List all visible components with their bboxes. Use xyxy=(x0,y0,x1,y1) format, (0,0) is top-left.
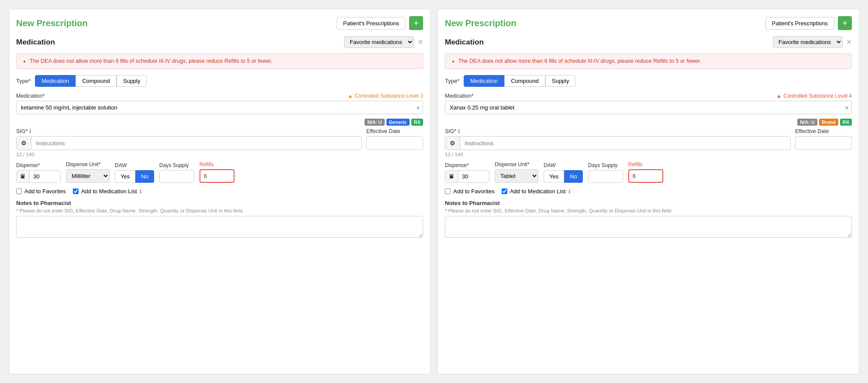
dispense-unit-field: Dispense Unit* MilliliterTabletCapsulemL xyxy=(66,161,110,183)
dispense-unit-select[interactable]: TabletMilliliterCapsulemL xyxy=(495,169,538,183)
type-btn-supply[interactable]: Supply xyxy=(117,75,147,87)
add-to-favorites-label[interactable]: Add to Favorites xyxy=(445,188,495,195)
alert-message: The DEA does not allow more than 6 fills… xyxy=(458,58,845,64)
medication-list-info-icon[interactable]: ℹ xyxy=(568,188,571,195)
dropdown-arrow-icon[interactable]: ▾ xyxy=(845,104,848,111)
daw-button-group: Yes No xyxy=(115,170,154,183)
type-btn-medication[interactable]: Medication xyxy=(35,75,76,87)
daw-yes-button[interactable]: Yes xyxy=(544,170,564,183)
sig-row: SIG* ℹ ⚙ Effective Date xyxy=(16,128,423,150)
medication-list-info-icon[interactable]: ℹ xyxy=(140,188,142,195)
section-title: Medication xyxy=(445,38,484,47)
calculator-icon[interactable]: 🖩 xyxy=(445,171,458,182)
header-right: Patient's Prescriptions + xyxy=(337,16,423,30)
add-to-favorites-checkbox[interactable] xyxy=(445,188,451,194)
dispense-unit-field: Dispense Unit* TabletMilliliterCapsulemL xyxy=(495,161,538,183)
days-supply-input[interactable] xyxy=(588,170,623,183)
add-to-medication-list-text: Add to Medication List xyxy=(510,188,566,195)
alert-message: The DEA does not allow more than 6 fills… xyxy=(30,58,417,64)
notes-label: Notes to Pharmacist xyxy=(445,200,852,206)
sig-info-icon[interactable]: ℹ xyxy=(458,128,460,134)
favorite-medications-select[interactable]: Favorite medications xyxy=(344,36,414,48)
dropdown-arrow-icon[interactable]: ▾ xyxy=(417,104,420,111)
calculator-icon[interactable]: 🖩 xyxy=(17,171,30,182)
dispense-row: Dispense* 🖩 Dispense Unit* MilliliterTab… xyxy=(16,161,423,183)
dispense-unit-select[interactable]: MilliliterTabletCapsulemL xyxy=(66,169,110,183)
type-btn-medication[interactable]: Medication xyxy=(464,75,504,87)
type-row: Type* Medication Compound Supply xyxy=(16,75,423,87)
add-to-favorites-text: Add to Favorites xyxy=(24,188,66,195)
sig-label: SIG* ℹ xyxy=(16,128,362,134)
daw-no-button[interactable]: No xyxy=(564,170,583,183)
dispense-input[interactable] xyxy=(30,171,60,182)
notes-hint: * Please do not enter SIG, Effective Dat… xyxy=(16,208,423,213)
close-icon[interactable]: ✕ xyxy=(846,38,852,46)
notes-section: Notes to Pharmacist * Please do not ente… xyxy=(16,200,423,239)
warning-triangle-icon: ▲ xyxy=(776,93,782,99)
sig-gear-icon[interactable]: ⚙ xyxy=(445,137,460,150)
close-icon[interactable]: ✕ xyxy=(417,38,423,46)
patient-prescriptions-button[interactable]: Patient's Prescriptions xyxy=(337,17,406,30)
sig-input-wrapper: ⚙ xyxy=(445,136,791,150)
sig-left: SIG* ℹ ⚙ xyxy=(16,128,362,150)
badge-row: N/A: U Generic RX xyxy=(16,119,423,126)
dispense-input[interactable] xyxy=(458,171,489,182)
daw-label: DAW xyxy=(544,162,583,168)
sig-gear-icon[interactable]: ⚙ xyxy=(17,137,31,150)
prescription-panel-1: New Prescription Patient's Prescriptions… xyxy=(437,9,859,374)
sig-input[interactable] xyxy=(31,137,362,150)
dispense-field: Dispense* 🖩 xyxy=(445,162,489,183)
effective-date-label: Effective Date xyxy=(795,128,852,134)
refills-input[interactable] xyxy=(628,169,663,183)
effective-date-label-text: Effective Date xyxy=(795,128,829,134)
sig-right: Effective Date xyxy=(795,128,852,150)
daw-yes-button[interactable]: Yes xyxy=(115,170,135,183)
type-label: Type* xyxy=(445,78,459,84)
section-header: Medication Favorite medications ✕ xyxy=(445,36,852,48)
notes-textarea[interactable] xyxy=(16,216,423,238)
medication-label-text: Medication* xyxy=(445,93,473,99)
effective-date-input[interactable] xyxy=(366,136,423,150)
effective-date-input[interactable] xyxy=(795,136,852,150)
controlled-substance-text: Controlled Substance Level 4 xyxy=(783,93,852,99)
header-right: Patient's Prescriptions + xyxy=(765,16,852,30)
add-to-medication-list-checkbox[interactable] xyxy=(502,188,507,194)
add-to-medication-list-label[interactable]: Add to Medication List ℹ xyxy=(73,188,142,195)
refills-label: Refills xyxy=(200,161,234,168)
badge-rx: RX xyxy=(411,119,423,126)
add-to-favorites-checkbox[interactable] xyxy=(16,188,22,194)
badge-brand: Brand xyxy=(819,119,838,126)
panel-title: New Prescription xyxy=(16,18,87,28)
patient-prescriptions-button[interactable]: Patient's Prescriptions xyxy=(765,17,834,30)
dispense-field: Dispense* 🖩 xyxy=(16,162,61,183)
daw-no-button[interactable]: No xyxy=(135,170,154,183)
controlled-substance-text: Controlled Substance Level 3 xyxy=(355,93,423,99)
refills-field: Refills xyxy=(628,161,663,183)
prescription-panel-0: New Prescription Patient's Prescriptions… xyxy=(9,9,431,374)
sig-info-icon[interactable]: ℹ xyxy=(29,128,31,134)
days-supply-input[interactable] xyxy=(159,170,194,183)
medication-input[interactable] xyxy=(16,101,423,114)
add-to-medication-list-text: Add to Medication List xyxy=(81,188,137,195)
badge-rx: RX xyxy=(840,119,852,126)
type-btn-supply[interactable]: Supply xyxy=(545,75,576,87)
add-to-favorites-text: Add to Favorites xyxy=(453,188,495,195)
add-to-medication-list-label[interactable]: Add to Medication List ℹ xyxy=(502,188,571,195)
medication-field-label: Medication* ▲ Controlled Substance Level… xyxy=(16,93,423,99)
notes-textarea[interactable] xyxy=(445,216,852,238)
type-button-group: Medication Compound Supply xyxy=(464,75,575,87)
medication-label-text: Medication* xyxy=(16,93,45,99)
add-to-medication-list-checkbox[interactable] xyxy=(73,188,79,194)
favorite-medications-select[interactable]: Favorite medications xyxy=(773,36,843,48)
sig-input-wrapper: ⚙ xyxy=(16,136,362,150)
refills-input[interactable] xyxy=(200,169,234,183)
add-prescription-button[interactable]: + xyxy=(409,16,423,30)
badge-row: N/A: U Brand RX xyxy=(445,119,852,126)
medication-field-label: Medication* ▲ Controlled Substance Level… xyxy=(445,93,852,99)
type-btn-compound[interactable]: Compound xyxy=(76,75,117,87)
type-btn-compound[interactable]: Compound xyxy=(504,75,545,87)
add-prescription-button[interactable]: + xyxy=(838,16,852,30)
medication-input[interactable] xyxy=(445,101,852,114)
add-to-favorites-label[interactable]: Add to Favorites xyxy=(16,188,66,195)
sig-input[interactable] xyxy=(460,137,790,150)
